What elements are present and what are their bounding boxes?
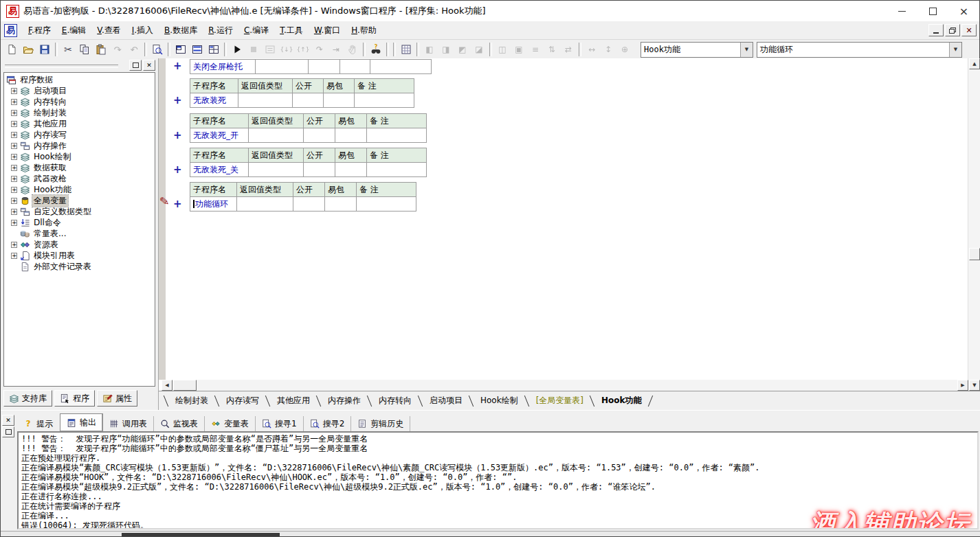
find-command-button[interactable]: ? — [368, 41, 384, 58]
tree-item-全局变量[interactable]: +全局变量 — [5, 195, 155, 206]
menu-H.帮助[interactable]: H.帮助 — [346, 23, 382, 38]
doc-tab-启动项目[interactable]: 启动项目 — [424, 393, 468, 409]
new-button[interactable] — [3, 41, 20, 58]
vertical-scroll-thumb[interactable] — [969, 248, 980, 260]
mdi-restore-button[interactable] — [945, 24, 960, 36]
menu-I.插入[interactable]: I.插入 — [126, 23, 159, 38]
output-tab-变量表[interactable]: 变量表 — [205, 416, 256, 431]
menu-B.数据库[interactable]: B.数据库 — [159, 23, 203, 38]
scroll-down-button[interactable]: ▼ — [969, 380, 980, 391]
table-cell[interactable] — [367, 163, 427, 177]
output-tab-调用表[interactable]: 调用表 — [103, 416, 154, 431]
expand-plus-icon[interactable]: + — [11, 176, 17, 182]
panel-tab-属性[interactable]: 属性 — [97, 390, 137, 407]
panel-close-button[interactable]: ✕ — [143, 60, 155, 71]
expand-plus-icon[interactable]: + — [11, 209, 17, 215]
table-row[interactable]: 无敌装死_开 — [190, 128, 427, 143]
doc-tab-全局变量表[interactable]: [全局变量表] — [531, 393, 589, 409]
cut-button[interactable]: ✂ — [60, 41, 76, 58]
panel-float-button[interactable] — [129, 60, 142, 71]
table-cell[interactable] — [367, 128, 427, 143]
table-row[interactable]: 无敌装死_关 — [190, 163, 427, 177]
layout-grid-button[interactable] — [205, 41, 222, 58]
doc-tab-绘制封装[interactable]: 绘制封装 — [170, 393, 214, 409]
expand-plus-icon[interactable]: + — [11, 198, 17, 204]
table-cell[interactable] — [249, 128, 304, 143]
run-button[interactable] — [229, 41, 245, 58]
mdi-close-button[interactable]: ✕ — [961, 24, 977, 36]
table-cell[interactable] — [335, 163, 367, 177]
menu-V.查看[interactable]: V.查看 — [91, 23, 126, 38]
open-button[interactable] — [20, 41, 36, 58]
subprogram-name-cell[interactable]: 无敌装死 — [190, 93, 238, 108]
subprogram-table-无敌装死_开[interactable]: 子程序名返回值类型公开易包备 注无敌装死_开 — [190, 113, 427, 143]
menu-T.工具[interactable]: T.工具 — [274, 23, 309, 38]
vertical-scrollbar[interactable]: ▲ ▼ — [968, 58, 980, 391]
expand-plus-icon[interactable]: + — [11, 187, 17, 193]
table-cell[interactable] — [335, 128, 367, 143]
subprogram-table-关闭全屏枪托[interactable]: 关闭全屏枪托 — [190, 59, 432, 74]
doc-tab-内存读写[interactable]: 内存读写 — [221, 393, 265, 409]
window-maximize-button[interactable] — [917, 1, 948, 21]
table-cell[interactable] — [293, 93, 324, 108]
table-cell[interactable] — [237, 197, 293, 212]
expand-plus-icon[interactable]: + — [11, 110, 17, 116]
expand-plus-icon[interactable]: + — [11, 121, 17, 127]
tree-item-资源表[interactable]: +资源表 — [5, 239, 155, 250]
menu-R.运行[interactable]: R.运行 — [203, 23, 238, 38]
layout-split-button[interactable] — [189, 41, 205, 58]
tree-item-内存操作[interactable]: +内存操作 — [5, 140, 155, 151]
tree-item-常量表...[interactable]: 常量表... — [5, 228, 155, 239]
tree-item-外部文件记录表[interactable]: 外部文件记录表 — [5, 261, 155, 272]
table-row[interactable]: 功能循环 — [190, 197, 416, 212]
scroll-left-button[interactable]: ◀ — [162, 380, 172, 391]
expand-plus-icon[interactable]: + — [11, 154, 17, 160]
menu-C.编译[interactable]: C.编译 — [238, 23, 274, 38]
subprogram-table-无敌装死_关[interactable]: 子程序名返回值类型公开易包备 注无敌装死_关 — [190, 148, 427, 177]
expand-plus-icon[interactable]: + — [11, 132, 17, 138]
table-row[interactable]: 无敌装死 — [190, 93, 414, 108]
save-button[interactable] — [36, 41, 53, 58]
output-console[interactable]: !!! 警告： 发现子程序“功能循环”中的参数或局部变量名称“是否蹲着”与另一全… — [17, 431, 979, 529]
subprogram-table-无敌装死[interactable]: 子程序名返回值类型公开易包备 注无敌装死 — [190, 78, 414, 108]
subprogram-name-cell[interactable]: 关闭全屏枪托 — [190, 60, 256, 74]
table-cell[interactable] — [324, 93, 355, 108]
table-cell[interactable] — [293, 197, 325, 212]
panel-drag-handle[interactable] — [5, 65, 118, 68]
table-cell[interactable] — [357, 197, 416, 212]
layout-single-button[interactable] — [172, 41, 189, 58]
table-cell[interactable] — [355, 93, 414, 108]
tree-item-启动项目[interactable]: +启动项目 — [5, 85, 155, 96]
table-cell[interactable] — [304, 128, 335, 143]
mdi-minimize-button[interactable] — [928, 24, 944, 36]
subprogram-name-cell[interactable]: 无敌装死_开 — [190, 128, 249, 143]
expand-plus-icon[interactable]: + — [11, 165, 17, 171]
table-cell[interactable] — [256, 60, 309, 74]
tree-item-内存转向[interactable]: +内存转向 — [5, 96, 155, 107]
scroll-right-button[interactable]: ▶ — [957, 380, 968, 391]
output-tab-监视表[interactable]: 监视表 — [154, 416, 205, 431]
subprogram-combo[interactable]: 功能循环▼ — [757, 42, 962, 58]
tree-item-Dll命令[interactable]: +Dll命令 — [5, 217, 155, 228]
tree-item-其他应用[interactable]: +其他应用 — [5, 118, 155, 129]
expand-plus-icon[interactable]: + — [11, 242, 17, 248]
menu-F.程序[interactable]: F.程序 — [23, 23, 56, 38]
menu-E.编辑[interactable]: E.编辑 — [56, 23, 91, 38]
expand-plus-icon[interactable]: + — [11, 99, 17, 105]
form-designer-button[interactable] — [398, 41, 414, 58]
doc-tab-Hook功能[interactable]: Hook功能 — [596, 393, 647, 409]
output-tab-剪辑历史[interactable]: 剪辑历史 — [351, 416, 410, 431]
copy-button[interactable] — [76, 41, 93, 58]
scroll-up-button[interactable]: ▲ — [969, 58, 980, 69]
panel-tab-程序[interactable]: 程序 — [54, 390, 95, 407]
table-cell[interactable] — [249, 163, 304, 177]
tree-root-program-data[interactable]: 程序数据 — [5, 74, 155, 85]
output-tab-搜寻1[interactable]: 搜寻1 — [256, 416, 304, 431]
tree-item-模块引用表[interactable]: +模块引用表 — [5, 250, 155, 261]
table-cell[interactable] — [309, 60, 340, 74]
tree-item-数据获取[interactable]: +数据获取 — [5, 162, 155, 173]
subprogram-name-cell[interactable]: 无敌装死_关 — [190, 163, 249, 177]
horizontal-scrollbar[interactable]: ◀ ▶ — [162, 380, 968, 391]
expand-row-plus-icon[interactable]: + — [173, 61, 182, 71]
table-cell[interactable] — [370, 60, 432, 74]
